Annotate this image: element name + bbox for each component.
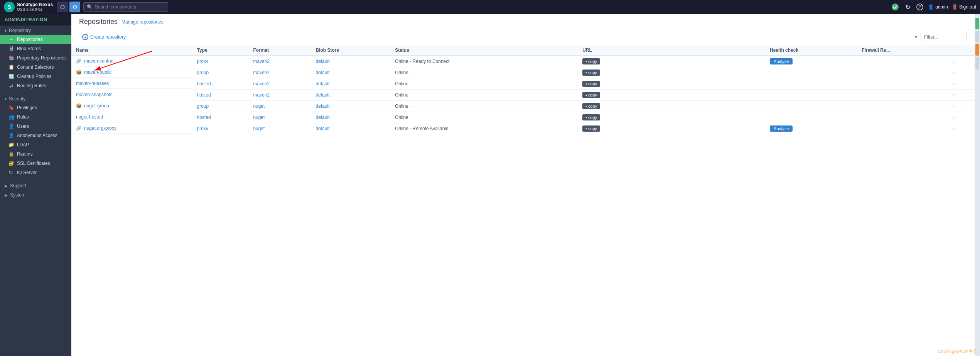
sign-out-button[interactable]: 🚪 Sign out [952, 4, 976, 10]
table-body: 🔗maven-centralproxymaven2defaultOnline -… [71, 56, 975, 134]
home-icon-button[interactable]: ⬡ [57, 2, 68, 12]
content-selectors-icon: 📋 [8, 64, 14, 70]
chevron-right-icon[interactable]: › [953, 92, 955, 98]
copy-url-button[interactable]: ▪ copy [582, 70, 600, 76]
sidebar-header: Administration [0, 14, 71, 25]
create-btn-label: Create repository [90, 34, 126, 40]
analyze-button[interactable]: Analyze [770, 58, 793, 64]
check-icon[interactable] [891, 3, 899, 11]
cell-firewall [857, 78, 948, 90]
col-name: Name [71, 45, 192, 56]
cell-name: nuget-hosted [71, 112, 192, 122]
copy-url-button[interactable]: ▪ copy [582, 58, 600, 64]
col-blob-store: Blob Store [311, 45, 390, 56]
sidebar-item-privileges[interactable]: 🔖 Privileges [0, 103, 71, 112]
settings-icon-button[interactable]: ⚙ [69, 2, 80, 12]
page-header: Repositories Manage repositories [71, 14, 975, 29]
refresh-icon[interactable]: ↻ [903, 3, 912, 11]
section-label: Repository [9, 28, 31, 33]
analyze-button[interactable]: Analyze [770, 125, 793, 132]
cell-url: ▪ copy [578, 90, 765, 101]
copy-url-button[interactable]: ▪ copy [582, 103, 600, 109]
nav-right: ↻ ? 👤 admin 🚪 Sign out [891, 3, 976, 11]
chevron-right-icon[interactable]: › [953, 59, 955, 64]
sidebar-item-proprietary-repositories[interactable]: 📚 Proprietary Repositories [0, 53, 71, 63]
app-logo: S Sonatype Nexus OSS 3.69.0-02 [4, 2, 54, 12]
cell-firewall [857, 123, 948, 134]
sidebar-section-repository[interactable]: ▾ Repository [0, 25, 71, 35]
users-icon: 👤 [8, 124, 14, 129]
sidebar-item-blob-stores[interactable]: 🗄 Blob Stores [0, 44, 71, 53]
chevron-right-icon[interactable]: › [953, 126, 955, 131]
iq-icon: 🛡 [8, 170, 14, 175]
table-row: 🔗maven-centralproxymaven2defaultOnline -… [71, 56, 975, 67]
copy-url-button[interactable]: ▪ copy [582, 114, 600, 120]
sidebar-item-ldap[interactable]: 📁 LDAP [0, 140, 71, 149]
sidebar-item-anonymous-access[interactable]: 👤 Anonymous Access [0, 131, 71, 140]
table-header: Name Type Format Blob Store Status URL H… [71, 45, 975, 56]
cell-name: 📦maven-public [71, 67, 192, 78]
repo-type-icon: 🔗 [76, 58, 82, 64]
privileges-icon: 🔖 [8, 105, 14, 110]
filter-input[interactable] [921, 33, 967, 41]
help-icon[interactable]: ? [916, 3, 924, 11]
cell-health-check [765, 101, 857, 112]
sidebar-item-label: Cleanup Policies [17, 74, 51, 79]
copy-url-button[interactable]: ▪ copy [582, 125, 600, 132]
right-tab-orange[interactable] [975, 44, 979, 56]
cell-format: nuget [248, 101, 311, 112]
sidebar-item-iq-server[interactable]: 🛡 IQ Server [0, 168, 71, 177]
manage-repositories-link[interactable]: Manage repositories [121, 19, 164, 25]
repo-name-link[interactable]: maven-central [84, 58, 113, 64]
user-menu[interactable]: 👤 admin [928, 4, 948, 10]
sidebar-item-repositories[interactable]: ▪ Repositories [0, 35, 71, 44]
right-sidebar [975, 14, 980, 356]
sidebar-item-routing-rules[interactable]: ⇄ Routing Rules [0, 81, 71, 90]
repo-name-link[interactable]: maven-snapshots [76, 92, 113, 97]
copy-url-button[interactable]: ▪ copy [582, 92, 600, 98]
sidebar-item-content-selectors[interactable]: 📋 Content Selectors [0, 63, 71, 72]
top-navigation: S Sonatype Nexus OSS 3.69.0-02 ⬡ ⚙ 🔍 ↻ ?… [0, 0, 980, 14]
chevron-right-icon[interactable]: › [953, 103, 955, 109]
repo-name-link[interactable]: nuget-hosted [76, 114, 103, 120]
sidebar-section-support[interactable]: ▶ Support [0, 181, 71, 190]
chevron-right-icon[interactable]: › [953, 81, 955, 86]
sidebar-item-ssl-certificates[interactable]: 🔐 SSL Certificates [0, 159, 71, 168]
page-title: Repositories [79, 18, 118, 26]
repo-name-link[interactable]: maven-releases [76, 81, 109, 86]
copy-icon: ▪ [585, 104, 587, 108]
sidebar-item-realms[interactable]: 🔒 Realms [0, 149, 71, 159]
content-area: Repositories Manage repositories + Creat… [71, 14, 975, 356]
search-bar[interactable]: 🔍 [83, 2, 168, 12]
right-tab-green[interactable] [975, 18, 979, 29]
watermark: CSDN @NPC程序员 [938, 349, 977, 354]
cell-status: Online - Ready to Connect [390, 56, 578, 67]
chevron-right-icon[interactable]: › [953, 115, 955, 120]
repositories-table: Name Type Format Blob Store Status URL H… [71, 45, 975, 134]
create-repository-button[interactable]: + Create repository [79, 32, 129, 42]
search-input[interactable] [95, 4, 165, 10]
cell-firewall [857, 112, 948, 123]
repo-name-link[interactable]: nuget.org-proxy [84, 125, 116, 131]
col-format: Format [248, 45, 311, 56]
section-label: Security [9, 96, 25, 102]
repo-name-link[interactable]: nuget-group [84, 103, 109, 108]
right-tab-2[interactable] [975, 57, 979, 69]
right-tab-1[interactable] [975, 31, 979, 42]
main-layout: Administration ▾ Repository ▪ Repositori… [0, 14, 980, 356]
copy-url-button[interactable]: ▪ copy [582, 81, 600, 87]
sidebar-section-security[interactable]: ▾ Security [0, 94, 71, 103]
cell-url: ▪ copy [578, 101, 765, 112]
arrow-icon: ▾ [5, 29, 7, 33]
sidebar-item-cleanup-policies[interactable]: 🔄 Cleanup Policies [0, 72, 71, 81]
sidebar-item-users[interactable]: 👤 Users [0, 122, 71, 131]
svg-text:?: ? [919, 5, 921, 9]
sidebar-item-label: Users [17, 124, 29, 129]
sidebar-section-system[interactable]: ▶ System [0, 190, 71, 199]
repo-name-link[interactable]: maven-public [84, 70, 111, 75]
chevron-right-icon[interactable]: › [953, 70, 955, 75]
sidebar-item-roles[interactable]: 👥 Roles [0, 112, 71, 122]
cell-format: nuget [248, 123, 311, 134]
col-actions [948, 45, 975, 56]
cell-health-check: Analyze [765, 56, 857, 67]
